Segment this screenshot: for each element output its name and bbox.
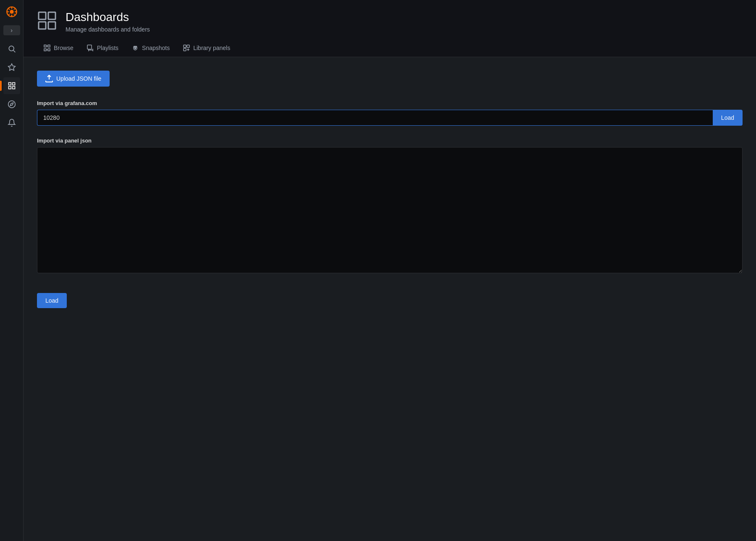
search-icon bbox=[8, 45, 16, 53]
tab-snapshots[interactable]: Snapshots bbox=[125, 40, 176, 57]
svg-marker-12 bbox=[8, 64, 15, 71]
svg-rect-24 bbox=[48, 45, 50, 47]
svg-rect-21 bbox=[39, 22, 46, 29]
page-subtitle: Manage dashboards and folders bbox=[66, 26, 150, 33]
svg-rect-19 bbox=[39, 12, 46, 19]
svg-line-9 bbox=[8, 14, 9, 15]
svg-rect-15 bbox=[8, 87, 11, 89]
svg-line-7 bbox=[13, 14, 15, 15]
svg-rect-16 bbox=[12, 87, 15, 89]
tab-library-panels[interactable]: Library panels bbox=[176, 40, 237, 57]
sidebar-toggle-button[interactable]: › bbox=[3, 25, 20, 35]
sidebar-item-search[interactable] bbox=[3, 40, 20, 57]
tab-playlists[interactable]: Playlists bbox=[80, 40, 125, 57]
svg-marker-18 bbox=[10, 103, 13, 106]
upload-icon bbox=[45, 75, 53, 82]
svg-line-11 bbox=[13, 50, 15, 53]
svg-rect-20 bbox=[48, 12, 55, 19]
load-inline-button[interactable]: Load bbox=[713, 110, 743, 126]
sidebar: › bbox=[0, 0, 24, 541]
app-logo[interactable] bbox=[3, 3, 20, 20]
sidebar-item-dashboards[interactable] bbox=[3, 77, 20, 94]
load-button[interactable]: Load bbox=[37, 293, 67, 308]
svg-line-6 bbox=[8, 8, 9, 10]
svg-rect-23 bbox=[44, 45, 46, 47]
page-header-text: Dashboards Manage dashboards and folders bbox=[66, 10, 150, 33]
explore-icon bbox=[8, 100, 16, 108]
main-content: Dashboards Manage dashboards and folders… bbox=[24, 0, 756, 541]
import-grafana-section: Import via grafana.com Load bbox=[37, 100, 743, 126]
snapshots-icon bbox=[132, 45, 139, 51]
bell-icon bbox=[8, 119, 16, 127]
library-icon bbox=[183, 45, 190, 51]
svg-point-1 bbox=[10, 10, 13, 13]
import-panel-textarea[interactable] bbox=[37, 147, 743, 273]
svg-point-34 bbox=[135, 48, 136, 49]
tab-browse[interactable]: Browse bbox=[37, 40, 80, 57]
svg-rect-14 bbox=[12, 83, 15, 85]
svg-rect-13 bbox=[8, 83, 11, 85]
upload-json-button[interactable]: Upload JSON file bbox=[37, 71, 110, 87]
import-content: Upload JSON file Import via grafana.com … bbox=[24, 57, 756, 541]
sidebar-item-alerting[interactable] bbox=[3, 114, 20, 131]
tabs-nav: Browse Playlists Snapshots bbox=[24, 40, 756, 57]
chevron-right-icon: › bbox=[10, 27, 13, 34]
svg-point-10 bbox=[9, 46, 14, 51]
svg-rect-22 bbox=[48, 22, 55, 29]
svg-rect-25 bbox=[44, 49, 46, 51]
import-grafana-input[interactable] bbox=[37, 110, 713, 126]
svg-rect-35 bbox=[184, 45, 186, 48]
sidebar-item-starred[interactable] bbox=[3, 59, 20, 76]
svg-line-8 bbox=[13, 8, 15, 10]
import-grafana-input-row: Load bbox=[37, 110, 743, 126]
sidebar-item-explore[interactable] bbox=[3, 96, 20, 113]
import-panel-section: Import via panel json bbox=[37, 137, 743, 274]
playlists-icon bbox=[87, 45, 94, 51]
svg-point-17 bbox=[8, 101, 15, 108]
svg-rect-26 bbox=[48, 49, 50, 51]
star-icon bbox=[8, 63, 16, 71]
import-panel-label: Import via panel json bbox=[37, 137, 743, 144]
browse-icon bbox=[44, 45, 50, 51]
page-title: Dashboards bbox=[66, 10, 150, 24]
import-grafana-label: Import via grafana.com bbox=[37, 100, 743, 106]
svg-rect-37 bbox=[184, 48, 186, 51]
dashboards-icon bbox=[8, 82, 16, 90]
svg-rect-36 bbox=[187, 45, 189, 48]
svg-rect-29 bbox=[87, 45, 92, 49]
page-header-icon bbox=[37, 11, 57, 32]
page-header: Dashboards Manage dashboards and folders bbox=[24, 0, 756, 40]
